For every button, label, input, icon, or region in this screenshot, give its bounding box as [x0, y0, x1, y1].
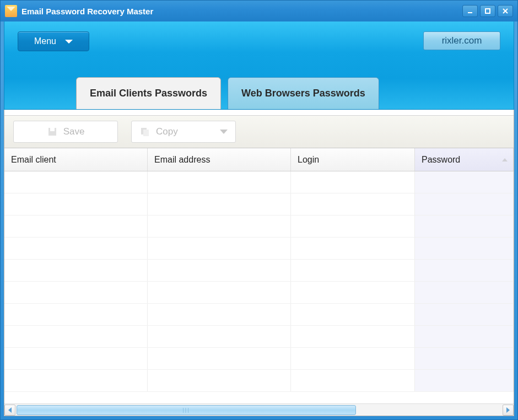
horizontal-scrollbar — [4, 403, 514, 416]
table-cell — [4, 216, 148, 237]
table-cell — [291, 193, 415, 215]
table-cell — [291, 304, 415, 325]
table-cell — [415, 260, 514, 281]
password-table: Email client Email address Login Passwor… — [4, 148, 514, 416]
arrow-left-icon — [8, 407, 12, 413]
table-cell — [415, 370, 514, 391]
table-cell — [291, 216, 415, 237]
table-cell — [148, 216, 291, 237]
copy-button[interactable]: Copy — [131, 121, 236, 143]
scroll-right-button[interactable] — [503, 405, 514, 416]
table-cell — [415, 282, 514, 303]
menu-label: Menu — [34, 36, 56, 46]
table-cell — [4, 326, 148, 347]
table-cell — [415, 216, 514, 237]
table-row[interactable] — [4, 171, 514, 193]
app-window: Email Password Recovery Master Menu rixl… — [0, 0, 518, 420]
content-area: Save Copy Email client Email address L — [4, 110, 514, 416]
table-cell — [148, 326, 291, 347]
table-cell — [4, 193, 148, 215]
table-cell — [148, 171, 291, 193]
table-cell — [148, 238, 291, 259]
table-cell — [291, 238, 415, 259]
arrow-right-icon — [506, 407, 510, 413]
maximize-button[interactable] — [480, 5, 495, 17]
save-label: Save — [63, 126, 85, 137]
copy-icon — [139, 126, 150, 137]
table-cell — [148, 282, 291, 303]
minimize-button[interactable] — [462, 5, 478, 17]
toolbar: Save Copy — [4, 115, 514, 148]
scroll-track[interactable] — [17, 405, 501, 415]
table-row[interactable] — [4, 304, 514, 326]
close-icon — [502, 8, 509, 14]
dropdown-arrow-icon — [220, 130, 228, 134]
site-link-button[interactable]: rixler.com — [423, 31, 500, 50]
table-row[interactable] — [4, 370, 514, 392]
table-cell — [4, 348, 148, 369]
column-email-client[interactable]: Email client — [4, 148, 148, 171]
table-cell — [148, 348, 291, 369]
table-cell — [291, 326, 415, 347]
table-row[interactable] — [4, 326, 514, 348]
chevron-down-icon — [65, 40, 73, 44]
table-cell — [291, 260, 415, 281]
sort-indicator-icon — [502, 158, 508, 161]
app-icon — [5, 5, 17, 17]
tab-email-clients[interactable]: Email Clients Passwords — [76, 77, 221, 109]
header-panel: Menu rixler.com Email Clients Passwords … — [4, 21, 514, 110]
table-cell — [415, 304, 514, 325]
table-header: Email client Email address Login Passwor… — [4, 148, 514, 171]
table-cell — [415, 238, 514, 259]
svg-rect-1 — [485, 9, 490, 13]
table-row[interactable] — [4, 260, 514, 282]
table-cell — [4, 171, 148, 193]
table-row[interactable] — [4, 238, 514, 260]
table-row[interactable] — [4, 216, 514, 238]
site-link-label: rixler.com — [442, 35, 482, 46]
scroll-thumb[interactable] — [17, 405, 356, 415]
table-row[interactable] — [4, 193, 514, 216]
menu-button[interactable]: Menu — [18, 31, 89, 51]
table-cell — [291, 370, 415, 391]
table-cell — [291, 348, 415, 369]
maximize-icon — [484, 8, 491, 14]
save-icon — [47, 126, 58, 137]
save-button[interactable]: Save — [13, 121, 118, 143]
copy-label: Copy — [156, 126, 178, 137]
table-cell — [415, 193, 514, 215]
column-email-address[interactable]: Email address — [148, 148, 291, 171]
table-cell — [4, 370, 148, 391]
svg-rect-7 — [143, 130, 149, 136]
table-cell — [4, 238, 148, 259]
table-cell — [415, 348, 514, 369]
tabs: Email Clients Passwords Web Browsers Pas… — [76, 77, 379, 109]
table-cell — [291, 282, 415, 303]
minimize-icon — [467, 8, 473, 14]
scroll-left-button[interactable] — [4, 405, 15, 416]
column-password[interactable]: Password — [415, 148, 514, 171]
window-controls — [462, 5, 513, 17]
close-button[interactable] — [498, 5, 513, 17]
titlebar[interactable]: Email Password Recovery Master — [1, 1, 517, 21]
table-cell — [415, 171, 514, 193]
table-cell — [4, 282, 148, 303]
tab-label: Web Browsers Passwords — [241, 88, 365, 99]
table-cell — [148, 260, 291, 281]
table-cell — [148, 304, 291, 325]
window-title: Email Password Recovery Master — [21, 7, 462, 16]
table-cell — [148, 370, 291, 391]
svg-rect-5 — [50, 128, 55, 131]
table-cell — [4, 304, 148, 325]
tab-label: Email Clients Passwords — [90, 88, 207, 99]
table-cell — [4, 260, 148, 281]
table-body — [4, 171, 514, 403]
table-cell — [291, 171, 415, 193]
table-row[interactable] — [4, 348, 514, 370]
table-row[interactable] — [4, 282, 514, 304]
tab-web-browsers[interactable]: Web Browsers Passwords — [228, 77, 379, 109]
table-cell — [148, 193, 291, 215]
column-login[interactable]: Login — [291, 148, 415, 171]
table-cell — [415, 326, 514, 347]
